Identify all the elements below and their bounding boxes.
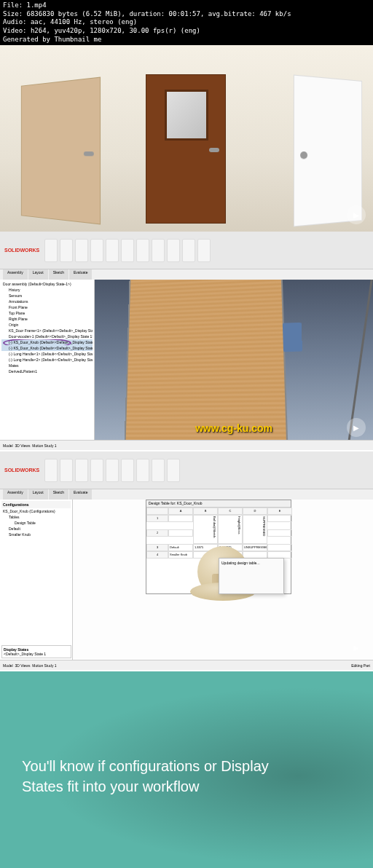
viewport-3d[interactable]: Design Table for: KS_Door_Knob A B C D E…	[73, 500, 373, 660]
tab-motion[interactable]: Motion Study 1	[32, 663, 56, 668]
ribbon-button[interactable]	[75, 459, 88, 482]
ribbon-button[interactable]	[152, 239, 165, 262]
viewport-3d[interactable]: www.cg-ku.com	[95, 280, 373, 440]
bottom-tabs: Model 3D Views Motion Study 1	[0, 440, 373, 450]
ribbon-button[interactable]	[152, 459, 165, 482]
tab-evaluate[interactable]: Evaluate	[69, 489, 92, 500]
cell[interactable]: 4	[146, 551, 168, 559]
tab-sketch[interactable]: Sketch	[49, 269, 68, 280]
meta-audio: Audio: aac, 44100 Hz, stereo (eng)	[3, 18, 370, 27]
cell[interactable]: D	[243, 508, 267, 515]
config-item[interactable]: Default	[1, 526, 71, 532]
play-button[interactable]: ▶	[347, 205, 366, 224]
cell[interactable]: 2	[146, 529, 168, 537]
cell[interactable]: 1	[146, 515, 168, 522]
ribbon-button[interactable]	[90, 239, 103, 262]
tab-model[interactable]: Model	[3, 443, 13, 448]
ribbon-button[interactable]	[44, 239, 58, 262]
status-text: Editing Part	[351, 663, 370, 668]
tab-assembly[interactable]: Assembly	[3, 489, 28, 500]
cell[interactable]	[146, 508, 168, 515]
meta-video: Video: h264, yuv420p, 1280x720, 30.00 fp…	[3, 27, 370, 36]
cell[interactable]	[267, 544, 292, 551]
tree-item-highlighted[interactable]: (-) KS_Door_Knob (Default<<Default>_Disp…	[1, 339, 93, 345]
tree-item-highlighted[interactable]: (-) KS_Door_Knob (Default<<Default>_Disp…	[1, 345, 93, 351]
config-header: Configurations	[1, 501, 71, 508]
cell[interactable]: C	[218, 508, 243, 515]
tree-item[interactable]: Sensors	[1, 293, 93, 299]
cad-body: Configurations KS_Door_Knob (Configurati…	[0, 500, 373, 660]
tree-item[interactable]: History	[1, 287, 93, 293]
outro-text: You'll know if configurations or Display…	[22, 756, 277, 797]
ribbon-button[interactable]	[121, 459, 134, 482]
cell[interactable]: E	[267, 508, 292, 515]
ribbon-button[interactable]	[75, 239, 88, 262]
config-root[interactable]: KS_Door_Knob (Configurations)	[1, 508, 71, 514]
feature-tree[interactable]: Door assembly (Default<Display State-1>)…	[0, 280, 95, 440]
cell[interactable]: Ball dia@Sketch	[193, 515, 218, 544]
tree-item[interactable]: Front Plane	[1, 304, 93, 310]
config-item[interactable]: Smaller Knob	[1, 532, 71, 537]
tree-item[interactable]: DerivedLPattern1	[1, 368, 93, 374]
outro-slide: You'll know if configurations or Display…	[0, 671, 373, 868]
tree-item[interactable]: Annotations	[1, 299, 93, 304]
ribbon-tabs: Assembly Layout Sketch Evaluate	[0, 489, 373, 500]
door-brown	[146, 74, 226, 224]
ribbon-button[interactable]	[60, 459, 73, 482]
tab-motion[interactable]: Motion Study 1	[32, 443, 56, 448]
tab-3dviews[interactable]: 3D Views	[15, 443, 30, 448]
ribbon-button[interactable]	[90, 459, 103, 482]
ribbon-tabs: Assembly Layout Sketch Evaluate	[0, 269, 373, 280]
cell[interactable]: B	[193, 508, 218, 515]
config-item[interactable]: Design Table	[1, 520, 71, 526]
cell[interactable]: Height@Boss	[218, 515, 243, 544]
ribbon-button[interactable]	[197, 239, 211, 262]
door-handle-icon	[84, 151, 94, 156]
ribbon-button[interactable]	[182, 239, 195, 262]
tree-item[interactable]: Mates	[1, 363, 93, 368]
config-item[interactable]: Tables	[1, 514, 71, 520]
tree-item[interactable]: KS_Door Frame<1> (Default<<Default>_Disp…	[1, 328, 93, 334]
ribbon-button[interactable]	[136, 459, 149, 482]
cell[interactable]	[267, 515, 292, 522]
cell[interactable]: Default	[168, 544, 193, 551]
ribbon-button[interactable]	[106, 239, 119, 262]
tree-item[interactable]: Top Plane	[1, 310, 93, 316]
ribbon-button[interactable]	[106, 459, 119, 482]
cell[interactable]	[267, 529, 292, 537]
ribbon-button[interactable]	[167, 239, 180, 262]
ribbon-button[interactable]	[44, 459, 58, 482]
cell[interactable]: SUPPRESSED	[243, 515, 267, 544]
tree-item[interactable]: (-) Long Handle<1> (Default<<Default>_Di…	[1, 351, 93, 357]
door-window	[165, 90, 208, 141]
updating-dialog: Updating design table...	[219, 558, 284, 594]
cell[interactable]: 3	[146, 544, 168, 551]
tree-root[interactable]: Door assembly (Default<Display State-1>)	[1, 281, 93, 287]
display-states-panel[interactable]: Display States <Default>_Display State 1	[1, 645, 71, 658]
tab-sketch[interactable]: Sketch	[49, 489, 68, 500]
config-manager[interactable]: Configurations KS_Door_Knob (Configurati…	[0, 500, 73, 660]
cell[interactable]	[168, 529, 193, 537]
tab-layout[interactable]: Layout	[28, 489, 48, 500]
tree-item[interactable]: Right Plane	[1, 316, 93, 322]
tab-evaluate[interactable]: Evaluate	[69, 269, 92, 280]
tree-item[interactable]: Origin	[1, 322, 93, 328]
solidworks-logo: SOLIDWORKS	[1, 248, 42, 253]
ribbon-button[interactable]	[60, 239, 73, 262]
tree-item[interactable]: Door-wooden-1 (Default<<Default>_Display…	[1, 334, 93, 339]
dialog-message: Updating design table...	[221, 561, 281, 565]
tab-model[interactable]: Model	[3, 663, 13, 668]
cell[interactable]: Smaller Knob	[168, 551, 193, 559]
cell[interactable]	[168, 515, 193, 522]
ribbon-button[interactable]	[136, 239, 149, 262]
ribbon-button[interactable]	[167, 459, 180, 482]
display-state-item[interactable]: <Default>_Display State 1	[4, 652, 69, 656]
tree-item[interactable]: (-) Long Handle<2> (Default<<Default>_Di…	[1, 357, 93, 363]
door-white	[294, 75, 362, 227]
tab-3dviews[interactable]: 3D Views	[15, 663, 30, 668]
door-knob-icon	[300, 151, 307, 159]
cell[interactable]: A	[168, 508, 193, 515]
ribbon-button[interactable]	[121, 239, 134, 262]
tab-assembly[interactable]: Assembly	[3, 269, 28, 280]
tab-layout[interactable]: Layout	[28, 269, 48, 280]
